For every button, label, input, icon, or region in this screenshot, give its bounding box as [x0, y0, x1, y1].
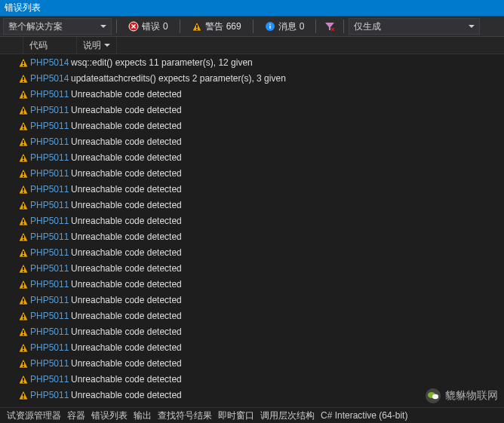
wechat-icon	[426, 388, 441, 403]
statusbar-tab[interactable]: C# Interactive (64-bit)	[318, 410, 410, 421]
list-item[interactable]: PHP5011Unreachable code detected	[0, 276, 504, 292]
error-code-link[interactable]: PHP5011	[30, 342, 71, 353]
svg-rect-48	[23, 255, 24, 256]
svg-rect-47	[23, 251, 24, 254]
error-code-link[interactable]: PHP5011	[30, 390, 71, 400]
error-code-link[interactable]: PHP5014	[30, 73, 71, 84]
chevron-down-icon	[469, 25, 475, 28]
svg-rect-68	[23, 362, 24, 365]
svg-rect-23	[23, 124, 24, 127]
list-item[interactable]: PHP5011Unreachable code detected	[0, 181, 504, 197]
error-code-link[interactable]: PHP5011	[30, 168, 71, 179]
svg-rect-74	[23, 394, 24, 397]
col-code[interactable]: 代码	[23, 37, 77, 54]
list-item[interactable]: PHP5011Unreachable code detected	[0, 165, 504, 181]
error-code-link[interactable]: PHP5011	[30, 374, 71, 385]
list-item[interactable]: PHP5011Unreachable code detected	[0, 323, 504, 339]
list-item[interactable]: PHP5011Unreachable code detected	[0, 339, 504, 355]
warning-icon	[17, 279, 30, 290]
warning-icon	[17, 295, 30, 305]
list-item[interactable]: PHP5011Unreachable code detected	[0, 213, 504, 228]
build-filter-dropdown[interactable]: 仅生成	[349, 18, 480, 35]
list-item[interactable]: PHP5011Unreachable code detected	[0, 133, 504, 149]
svg-rect-42	[23, 223, 24, 225]
statusbar-tab[interactable]: 调用层次结构	[258, 409, 317, 422]
error-code-link[interactable]: PHP5011	[30, 200, 71, 210]
error-code-link[interactable]: PHP5011	[30, 295, 71, 305]
error-code-link[interactable]: PHP5011	[30, 231, 71, 242]
warning-icon	[17, 89, 30, 100]
statusbar-tab[interactable]: 查找符号结果	[155, 409, 214, 422]
svg-rect-21	[23, 112, 24, 114]
list-item[interactable]: PHP5011Unreachable code detected	[0, 118, 504, 133]
col-desc-label: 说明	[83, 39, 101, 52]
toolbar: 整个解决方案 错误 0 警告 669 消息 0 仅生成	[0, 16, 504, 37]
error-code-link[interactable]: PHP5011	[30, 121, 71, 131]
separator	[315, 20, 316, 33]
error-code-link[interactable]: PHP5011	[30, 152, 71, 163]
error-code-link[interactable]: PHP5011	[30, 247, 71, 258]
errors-filter[interactable]: 错误 0	[121, 18, 175, 35]
scope-dropdown[interactable]: 整个解决方案	[3, 18, 112, 35]
error-list-body[interactable]: PHP5014wsq::edit() expects 11 parameter(…	[0, 54, 504, 418]
svg-rect-3	[196, 29, 198, 30]
clear-filter-button[interactable]	[321, 18, 339, 35]
info-icon	[265, 21, 275, 32]
messages-filter[interactable]: 消息 0	[258, 18, 312, 35]
error-code-link[interactable]: PHP5011	[30, 216, 71, 226]
error-code-link[interactable]: PHP5011	[30, 279, 71, 290]
error-code-link[interactable]: PHP5011	[30, 311, 71, 321]
error-code-link[interactable]: PHP5011	[30, 136, 71, 147]
svg-rect-63	[23, 334, 24, 336]
svg-rect-33	[23, 176, 24, 177]
statusbar-tab[interactable]: 试资源管理器	[5, 409, 63, 422]
warnings-filter[interactable]: 警告 669	[185, 18, 248, 35]
list-item[interactable]: PHP5011Unreachable code detected	[0, 244, 504, 260]
warning-icon	[17, 216, 30, 226]
list-item[interactable]: PHP5014updateattachcredits() expects 2 p…	[0, 70, 504, 86]
col-icon[interactable]	[0, 37, 23, 54]
warning-icon	[17, 311, 30, 321]
svg-rect-39	[23, 207, 24, 209]
list-item[interactable]: PHP5011Unreachable code detected	[0, 355, 504, 371]
statusbar-tab[interactable]: 即时窗口	[216, 409, 257, 422]
list-item[interactable]: PHP5011Unreachable code detected	[0, 102, 504, 118]
list-item[interactable]: PHP5011Unreachable code detected	[0, 228, 504, 244]
error-description: Unreachable code detected	[71, 121, 504, 131]
statusbar-tab[interactable]: 输出	[131, 409, 154, 422]
col-code-label: 代码	[29, 39, 48, 52]
error-code-link[interactable]: PHP5014	[30, 57, 71, 68]
error-code-link[interactable]: PHP5011	[30, 358, 71, 369]
svg-rect-72	[23, 382, 24, 383]
error-description: Unreachable code detected	[71, 247, 504, 258]
list-item[interactable]: PHP5011Unreachable code detected	[0, 260, 504, 276]
error-code-link[interactable]: PHP5011	[30, 263, 71, 274]
separator	[180, 20, 180, 33]
warning-icon	[17, 136, 30, 147]
list-item[interactable]: PHP5011Unreachable code detected	[0, 308, 504, 323]
svg-point-80	[432, 394, 438, 399]
warning-icon	[17, 263, 30, 274]
error-description: Unreachable code detected	[71, 136, 504, 147]
col-description[interactable]: 说明	[77, 37, 117, 54]
statusbar-tab[interactable]: 错误列表	[89, 409, 130, 422]
panel-title: 错误列表	[0, 0, 504, 16]
statusbar-tab[interactable]: 容器	[65, 409, 88, 422]
errors-count: 0	[163, 21, 168, 32]
svg-rect-41	[23, 219, 24, 222]
svg-rect-36	[23, 192, 24, 193]
error-code-link[interactable]: PHP5011	[30, 326, 71, 337]
list-item[interactable]: PHP5011Unreachable code detected	[0, 371, 504, 387]
error-code-link[interactable]: PHP5011	[30, 184, 71, 195]
list-item[interactable]: PHP5011Unreachable code detected	[0, 292, 504, 308]
error-code-link[interactable]: PHP5011	[30, 105, 71, 115]
list-item[interactable]: PHP5011Unreachable code detected	[0, 149, 504, 165]
error-code-link[interactable]: PHP5011	[30, 89, 71, 100]
list-item[interactable]: PHP5011Unreachable code detected	[0, 197, 504, 213]
svg-rect-59	[23, 314, 24, 317]
warning-icon	[17, 342, 30, 353]
list-item[interactable]: PHP5011Unreachable code detected	[0, 86, 504, 102]
svg-rect-56	[23, 299, 24, 302]
list-item[interactable]: PHP5014wsq::edit() expects 11 parameter(…	[0, 54, 504, 70]
error-description: Unreachable code detected	[71, 311, 504, 321]
